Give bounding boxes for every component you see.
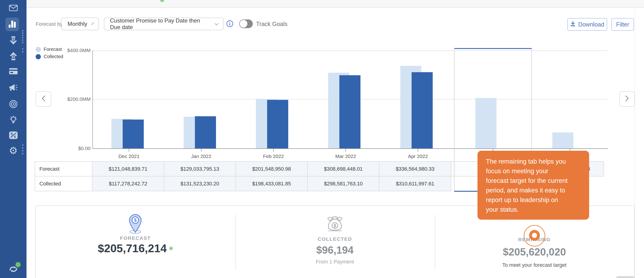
gridline-400mm [93, 50, 608, 51]
gear-icon: ⚙ [9, 146, 18, 156]
y-axis-tick-200: $200.0MM [48, 96, 90, 102]
collected-bar[interactable] [267, 100, 288, 148]
table-cell: $131,523,230.20 [164, 176, 236, 191]
collected-legend-label: Collected [44, 54, 63, 59]
x-axis-label: Dec 2021 [110, 154, 148, 159]
filter-button[interactable]: Filter [612, 18, 634, 31]
collected-stat-label: COLLECTED [235, 236, 435, 242]
forecast-bar[interactable] [476, 98, 496, 148]
collected-bar[interactable] [123, 120, 144, 148]
on-track-status-dot [169, 246, 173, 250]
bar-chart-icon [8, 20, 16, 29]
lightbulb-icon [9, 115, 18, 125]
y-axis-tick-0: $0.00 [48, 146, 90, 151]
table-row-label: Forecast [35, 161, 92, 177]
collected-bar[interactable] [339, 75, 360, 148]
x-axis-label: Mar 2022 [327, 154, 364, 159]
sidebar-item-payments[interactable] [0, 68, 26, 74]
sidebar-item-cash-out[interactable]: $ [0, 51, 26, 61]
table-cell: $298,581,763.10 [307, 176, 380, 191]
y-axis-tick-400: $400.0MM [48, 48, 90, 53]
interval-dropdown[interactable]: Monthly [62, 17, 98, 30]
sync-status-dot [16, 262, 21, 267]
forecast-stat-value: $205,716,214 [36, 242, 235, 255]
download-button[interactable]: Download [567, 18, 607, 31]
sidebar-item-insights[interactable] [0, 115, 26, 125]
indicator-dot [22, 51, 24, 52]
chart-next-button[interactable] [620, 91, 635, 107]
sidebar-item-goals[interactable] [0, 100, 26, 108]
svg-text:$: $ [12, 55, 14, 59]
collected-stat-value: $96,194 [235, 244, 435, 256]
svg-text:$: $ [134, 218, 137, 223]
forecast-legend-dot [36, 47, 41, 52]
sidebar-item-sync[interactable] [0, 265, 26, 274]
table-cell: $129,033,795.13 [164, 161, 236, 177]
chevron-down-icon [91, 22, 94, 25]
forecast-by-label: Forecast by [36, 21, 62, 27]
toggle-knob [240, 20, 248, 28]
sidebar-item-currencies[interactable]: $€ [0, 131, 26, 139]
tooltip-text: The remaining tab helps you focus on mee… [486, 157, 581, 215]
indicator-dot [22, 153, 24, 154]
remaining-stat-subtext: To meet your forecast target [434, 262, 634, 268]
x-axis-label: Apr 2022 [399, 154, 437, 159]
bottom-corner-button[interactable] [616, 276, 634, 278]
sidebar-item-mail[interactable] [0, 5, 26, 11]
target-icon [9, 100, 18, 108]
filter-button-label: Filter [616, 21, 629, 28]
forecast-bar[interactable] [552, 132, 574, 148]
x-axis-label: Jan 2022 [182, 154, 220, 159]
scrollbar-track[interactable] [634, 8, 635, 278]
sidebar-item-analytics-active[interactable] [6, 17, 19, 31]
forecast-method-dropdown[interactable]: Customer Promise to Pay Date then Due da… [104, 17, 224, 30]
legend-item-collected[interactable]: Collected [36, 53, 63, 60]
forecast-stat: $ FORECAST $205,716,214 [36, 206, 235, 278]
sidebar-item-campaigns[interactable] [0, 84, 26, 91]
x-axis-label: Feb 2022 [255, 154, 292, 159]
collected-legend-dot [36, 54, 41, 59]
table-cell: $121,048,839.71 [92, 161, 164, 177]
x-axis-tick [201, 149, 202, 152]
info-icon[interactable] [226, 20, 233, 27]
forecast-method-dropdown-value: Customer Promise to Pay Date then Due da… [110, 17, 210, 30]
chevron-left-icon [41, 95, 46, 103]
x-axis-tick [129, 149, 129, 152]
track-goals-toggle[interactable] [239, 19, 253, 28]
x-axis-tick [346, 149, 346, 152]
chevron-right-icon [624, 95, 630, 103]
indicator-dot [22, 30, 24, 31]
status-green-dot [160, 0, 164, 2]
onboarding-tooltip: The remaining tab helps you focus on mee… [478, 151, 589, 220]
table-cell: $201,548,950.98 [236, 161, 308, 177]
credit-card-icon [9, 68, 18, 74]
indicator-dot [22, 150, 24, 151]
mail-icon [9, 5, 18, 11]
indicator-dot [22, 39, 24, 41]
indicator-dot [22, 32, 24, 34]
tour-beacon-icon[interactable] [529, 230, 540, 241]
table-cell: $117,278,242.72 [92, 176, 164, 191]
chart-prev-button[interactable] [36, 91, 51, 107]
collected-bar[interactable] [412, 72, 433, 148]
download-button-label: Download [578, 21, 604, 28]
dollar-pin-icon: $ [126, 214, 144, 235]
forecast-stat-label: FORECAST [36, 235, 235, 241]
megaphone-icon [9, 84, 18, 91]
y-axis-line [92, 50, 93, 149]
svg-text:$: $ [12, 38, 14, 41]
cash-in-icon: $ [9, 36, 18, 45]
download-icon [570, 21, 576, 28]
x-axis-line [93, 148, 608, 149]
indicator-dot [22, 35, 24, 36]
currency-exchange-icon: $€ [9, 131, 18, 139]
indicator-dot [22, 144, 24, 146]
table-cell: $336,564,980.33 [379, 161, 451, 177]
indicator-dot [22, 48, 24, 50]
top-strip [26, 0, 644, 8]
collected-bar[interactable] [195, 116, 216, 148]
chevron-down-icon [214, 21, 218, 25]
track-goals-label: Track Goals [256, 21, 288, 27]
table-row-label: Collected [35, 176, 92, 191]
svg-text:$: $ [10, 132, 13, 136]
